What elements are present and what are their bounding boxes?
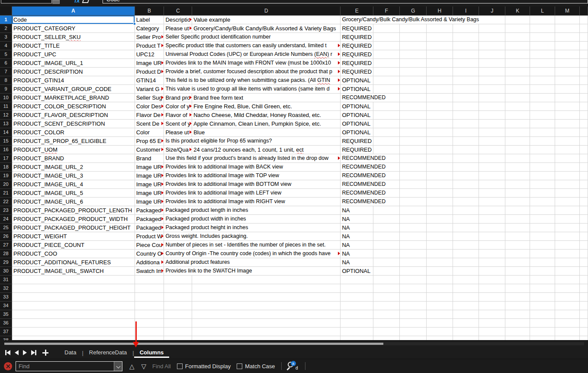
cell-G9[interactable] xyxy=(400,84,427,93)
cell-M11[interactable] xyxy=(555,102,579,110)
cell-N15[interactable] xyxy=(580,136,588,145)
cell-D34[interactable] xyxy=(192,301,341,310)
cell-L7[interactable] xyxy=(530,67,555,76)
cell-C4[interactable]: Specific product title that customers ca… xyxy=(164,41,341,50)
cell-C9[interactable]: This value is used to group all like ite… xyxy=(164,84,341,93)
row-header-8[interactable]: 8 xyxy=(0,76,12,84)
cell-G28[interactable] xyxy=(400,249,427,258)
cell-C10[interactable]: Brand pro xyxy=(164,93,192,102)
advanced-find-icon[interactable]: a d xyxy=(287,361,299,371)
cell-I33[interactable] xyxy=(453,292,479,301)
cell-J19[interactable] xyxy=(479,171,505,180)
cell-M35[interactable] xyxy=(555,310,579,318)
cell-G37[interactable] xyxy=(400,327,427,336)
cell-F6[interactable] xyxy=(373,58,400,67)
formatted-display-checkbox-group[interactable]: Formatted Display xyxy=(177,363,231,370)
cell-H24[interactable] xyxy=(427,214,453,223)
cell-F34[interactable] xyxy=(373,301,400,310)
cell-M36[interactable] xyxy=(555,318,579,327)
cell-G10[interactable] xyxy=(400,93,427,102)
col-header-G[interactable]: G xyxy=(400,6,427,15)
cell-D12[interactable]: Nacho Cheese, Mild Cheddar, Honey Roaste… xyxy=(192,110,341,119)
cell-G20[interactable] xyxy=(400,180,427,188)
cell-L8[interactable] xyxy=(530,76,555,84)
cell-A37[interactable] xyxy=(12,327,135,336)
row-header-6[interactable]: 6 xyxy=(0,58,12,67)
cell-E22[interactable]: RECOMMENDED xyxy=(341,197,400,206)
cell-L37[interactable] xyxy=(530,327,555,336)
cell-H38[interactable] xyxy=(427,336,453,340)
cell-A27[interactable]: PRODUCT_PIECE_COUNT xyxy=(12,240,135,249)
row-header-32[interactable]: 32 xyxy=(0,284,12,292)
cell-L34[interactable] xyxy=(530,301,555,310)
cell-A3[interactable]: PRODUCT_SELLER_SKU xyxy=(12,32,135,41)
cell-M12[interactable] xyxy=(555,110,579,119)
cell-M32[interactable] xyxy=(555,284,579,292)
cell-B14[interactable]: Color xyxy=(135,128,164,136)
cell-E18[interactable]: RECOMMENDED xyxy=(341,162,400,171)
cell-H11[interactable] xyxy=(427,102,453,110)
cell-C20[interactable]: Provides link to additional Image with B… xyxy=(164,180,341,188)
cell-F5[interactable] xyxy=(373,50,400,58)
cell-I14[interactable] xyxy=(453,128,479,136)
find-previous-button[interactable]: △ xyxy=(129,363,135,370)
row-header-7[interactable]: 7 xyxy=(0,67,12,76)
cell-L1[interactable] xyxy=(530,15,555,24)
cell-C26[interactable]: Gross weight. Includes packaging. xyxy=(164,232,341,240)
cell-C1[interactable]: Descriptio xyxy=(164,15,192,24)
cell-L4[interactable] xyxy=(530,41,555,50)
cell-K4[interactable] xyxy=(505,41,530,50)
cell-B20[interactable]: Image UR xyxy=(135,180,164,188)
cell-E30[interactable]: OPTIONAL xyxy=(341,266,373,275)
cell-G38[interactable] xyxy=(400,336,427,340)
cell-E3[interactable]: REQUIRED xyxy=(341,32,373,41)
cell-F13[interactable] xyxy=(373,119,400,128)
cell-N10[interactable] xyxy=(580,93,588,102)
cell-K29[interactable] xyxy=(505,258,530,266)
row-header-14[interactable]: 14 xyxy=(0,128,12,136)
cell-E19[interactable]: RECOMMENDED xyxy=(341,171,400,180)
cell-L23[interactable] xyxy=(530,206,555,214)
cell-I28[interactable] xyxy=(453,249,479,258)
cell-J5[interactable] xyxy=(479,50,505,58)
cell-N13[interactable] xyxy=(580,119,588,128)
cell-K34[interactable] xyxy=(505,301,530,310)
cell-F8[interactable] xyxy=(373,76,400,84)
cell-E37[interactable] xyxy=(341,327,373,336)
cell-H2[interactable] xyxy=(427,24,453,32)
cell-L3[interactable] xyxy=(530,32,555,41)
cell-H33[interactable] xyxy=(427,292,453,301)
cell-K26[interactable] xyxy=(505,232,530,240)
cell-J15[interactable] xyxy=(479,136,505,145)
cell-C2[interactable]: Please ut xyxy=(164,24,192,32)
cell-C25[interactable]: Packaged product height in inches xyxy=(164,223,341,232)
cell-B16[interactable]: Customer xyxy=(135,145,164,154)
cell-J35[interactable] xyxy=(479,310,505,318)
cell-M21[interactable] xyxy=(555,188,579,197)
cell-M18[interactable] xyxy=(555,162,579,171)
cell-L30[interactable] xyxy=(530,266,555,275)
cell-J10[interactable] xyxy=(479,93,505,102)
cell-A32[interactable] xyxy=(12,284,135,292)
cell-M38[interactable] xyxy=(555,336,579,340)
cell-I5[interactable] xyxy=(453,50,479,58)
cell-G31[interactable] xyxy=(400,275,427,284)
cell-L21[interactable] xyxy=(530,188,555,197)
cell-C7[interactable]: Provide a brief, customer focused descri… xyxy=(164,67,341,76)
cell-N37[interactable] xyxy=(580,327,588,336)
cell-J8[interactable] xyxy=(479,76,505,84)
cell-B13[interactable]: Scent De xyxy=(135,119,164,128)
formula-input[interactable]: Code xyxy=(103,0,588,3)
row-header-2[interactable]: 2 xyxy=(0,24,12,32)
cell-I21[interactable] xyxy=(453,188,479,197)
cell-C13[interactable]: Scent of y xyxy=(164,119,192,128)
cell-H36[interactable] xyxy=(427,318,453,327)
cell-L10[interactable] xyxy=(530,93,555,102)
cell-C32[interactable] xyxy=(164,284,192,292)
cell-N6[interactable] xyxy=(580,58,588,67)
cell-N14[interactable] xyxy=(580,128,588,136)
cell-L33[interactable] xyxy=(530,292,555,301)
cell-N26[interactable] xyxy=(580,232,588,240)
cell-A16[interactable]: PRODUCT_UOM xyxy=(12,145,135,154)
cell-A25[interactable]: PRODUCT_PACKAGED_PRODUCT_HEIGHT xyxy=(12,223,135,232)
